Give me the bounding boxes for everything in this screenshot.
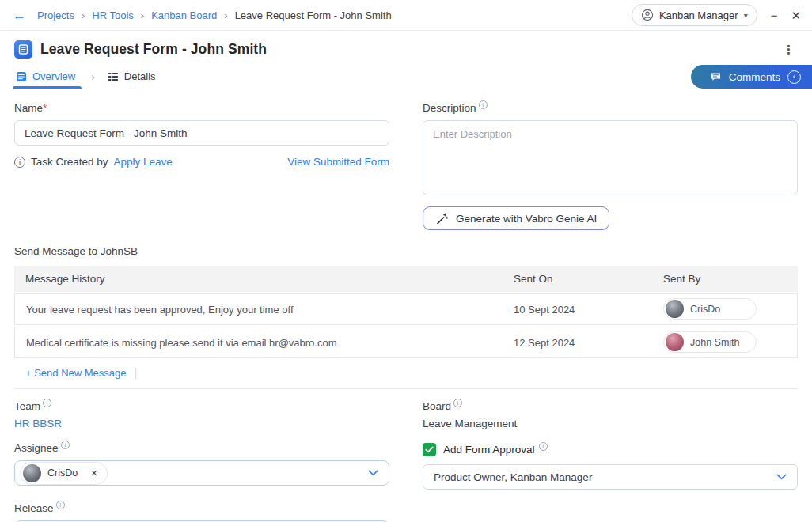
tab-details[interactable]: Details [106,64,157,89]
approval-selected-value: Product Owner, Kanban Manager [434,471,592,483]
avatar [666,333,684,351]
generate-ai-button[interactable]: Generate with Vabro Genie AI [423,206,609,230]
release-label: Release [14,502,389,514]
apply-leave-link[interactable]: Apply Leave [114,156,173,168]
info-icon [56,501,65,509]
sent-on-cell: 10 Sept 2024 [503,293,652,325]
check-icon [425,446,434,453]
send-message-heading: Send Message to JohnSB [14,245,798,257]
role-switcher-button[interactable]: Kanban Manager ▾ [632,4,757,26]
avatar [666,300,684,318]
name-input[interactable] [14,120,389,146]
tab-details-label: Details [124,70,156,82]
info-icon [539,442,548,451]
info-icon [479,100,488,109]
minimize-button[interactable]: − [771,9,778,21]
name-column: Name* Task Created by Apply Leave View S… [14,102,389,230]
message-cell: Medical certificate is missing please se… [14,327,503,358]
user-name: CrisDo [690,304,720,315]
kebab-menu-icon[interactable]: ⋮ [780,43,798,57]
board-value: Leave Management [423,418,798,429]
team-value-link[interactable]: HR BBSR [14,418,389,429]
overview-icon [16,71,27,82]
sent-by-cell: CrisDo [652,293,798,325]
col-sent-by: Sent By [652,266,798,292]
page-title: Leave Request Form - John Smith [40,41,267,58]
chevron-left-circle-icon: ‹ [787,70,801,84]
user-name: John Smith [690,337,740,348]
title-row: Leave Request Form - John Smith ⋮ [0,31,812,64]
required-asterisk: * [43,102,47,114]
board-field: Board Leave Management [423,400,798,429]
chevron-right-icon: › [141,9,144,21]
user-chip: CrisDo [663,298,757,320]
send-new-message-row: + Send New Message | [14,366,798,379]
approval-label: Add Form Approval [443,444,535,456]
approval-checkbox-row: Add Form Approval [423,442,798,456]
close-button[interactable]: ✕ [791,9,801,21]
team-label: Team [14,400,389,412]
team-board-row: Team HR BBSR Board Leave Management [14,400,798,429]
name-label: Name* [14,102,389,114]
breadcrumb-current: Leave Request Form - John Smith [235,9,392,21]
message-history-table: Message History Sent On Sent By Your lea… [14,264,798,360]
team-field: Team HR BBSR [14,400,389,429]
info-icon [14,157,25,168]
chevron-right-icon: › [82,9,85,21]
chevron-right-icon: › [91,70,95,83]
breadcrumb: Projects › HR Tools › Kanban Board › Lea… [37,9,392,21]
assignee-field: Assignee CrisDo ✕ [14,442,389,490]
top-bar: ← Projects › HR Tools › Kanban Board › L… [0,0,812,31]
sent-on-cell: 12 Sept 2024 [503,327,652,358]
send-new-message-link[interactable]: + Send New Message [25,367,127,379]
tab-overview-label: Overview [32,70,75,82]
description-column: Description Generate with Vabro Genie AI [423,102,798,230]
tabs-bar: Overview › Details Comments ‹ [0,64,812,89]
name-description-row: Name* Task Created by Apply Leave View S… [14,102,798,230]
comments-button-label: Comments [729,71,780,83]
description-textarea[interactable] [423,120,798,195]
view-submitted-form-link[interactable]: View Submitted Form [287,156,389,168]
description-label: Description [423,102,798,114]
table-header-row: Message History Sent On Sent By [14,266,798,292]
approval-select[interactable]: Product Owner, Kanban Manager [423,464,798,490]
info-icon [43,399,51,407]
task-created-row: Task Created by Apply Leave View Submitt… [14,156,389,168]
main-content: Name* Task Created by Apply Leave View S… [0,89,812,522]
assignee-select[interactable]: CrisDo ✕ [14,460,389,486]
remove-assignee-icon[interactable]: ✕ [90,468,97,478]
assignee-chip-name: CrisDo [47,467,78,478]
vertical-divider: | [135,366,138,379]
caret-down-icon: ▾ [744,11,748,20]
breadcrumb-kanban-board[interactable]: Kanban Board [151,9,217,21]
person-icon [641,9,654,21]
comments-icon [710,71,722,82]
active-tab-underline [13,86,82,89]
user-chip: John Smith [663,331,757,353]
details-icon [108,71,119,82]
tab-overview[interactable]: Overview [14,64,77,89]
assignee-label: Assignee [14,442,389,454]
approval-field: Add Form Approval Product Owner, Kanban … [423,442,798,490]
table-row: Your leave request has been approved, En… [14,293,798,325]
back-arrow-icon[interactable]: ← [13,9,26,22]
approval-checkbox[interactable] [423,443,436,456]
col-sent-on: Sent On [503,266,652,292]
topbar-right: Kanban Manager ▾ − ✕ [632,4,801,26]
section-divider [14,388,798,389]
comments-button[interactable]: Comments ‹ [691,65,812,89]
avatar [23,464,41,482]
sent-by-cell: John Smith [652,327,798,358]
role-switcher-label: Kanban Manager [659,9,738,21]
app-window: ← Projects › HR Tools › Kanban Board › L… [0,0,812,522]
breadcrumb-hr-tools[interactable]: HR Tools [92,9,134,21]
col-message-history: Message History [14,266,503,292]
release-field: Release Release 1 [14,502,389,522]
table-row: Medical certificate is missing please se… [14,327,798,358]
info-icon [61,441,70,449]
magic-wand-icon [435,212,449,225]
breadcrumb-projects[interactable]: Projects [37,9,74,21]
assignee-chip: CrisDo ✕ [20,462,108,485]
task-created-text: Task Created by [31,156,108,168]
task-form-icon [14,40,32,59]
